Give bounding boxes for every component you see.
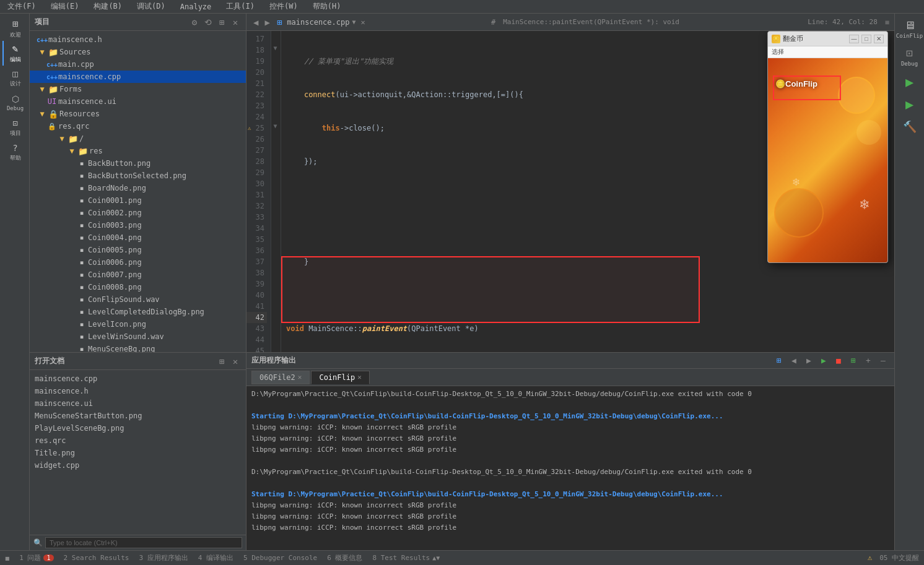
- close-file-btn[interactable]: ✕: [361, 18, 365, 27]
- tab-close-06qfile2[interactable]: ✕: [298, 373, 302, 381]
- tree-item-mainscence-h[interactable]: c++ mainscence.h: [30, 33, 246, 46]
- output-toolbar-add-btn[interactable]: +: [862, 355, 874, 367]
- tree-item-boardnode[interactable]: ▪ BoardNode.png: [30, 182, 246, 194]
- output-toolbar-debug-btn[interactable]: ⊞: [847, 355, 860, 367]
- preview-window[interactable]: 🪙 翻金币 — □ ✕ 选择 ❄: [767, 31, 888, 263]
- sync-btn[interactable]: ⟲: [203, 17, 214, 28]
- folder-slash-icon: 📁: [68, 134, 78, 144]
- output-content[interactable]: D:\MyProgram\Practice_Qt\CoinFlip\build-…: [246, 386, 894, 550]
- status-toggle-btn[interactable]: ◼: [5, 554, 9, 563]
- tree-item-coin0006[interactable]: ▪ Coin0006.png: [30, 256, 246, 269]
- menu-item-tools[interactable]: 工具(I): [224, 0, 257, 13]
- doc-item-1[interactable]: mainscence.h: [30, 385, 246, 397]
- tree-item-levelicon[interactable]: ▪ LevelIcon.png: [30, 318, 246, 330]
- menu-item-build[interactable]: 构建(B): [91, 0, 124, 13]
- output-toolbar-stop-btn[interactable]: ■: [832, 355, 845, 367]
- doc-item-6[interactable]: Title.png: [30, 447, 246, 459]
- tree-item-backbuttonsel[interactable]: ▪ BackButtonSelected.png: [30, 170, 246, 182]
- output-tab-06qfile2[interactable]: 06QFile2 ✕: [251, 371, 310, 384]
- sidebar-btn-edit[interactable]: ✎ 编辑: [2, 41, 27, 66]
- tree-item-menuscenebg[interactable]: ▪ MenuSceneBg.png: [30, 343, 246, 352]
- tree-item-coin0008[interactable]: ▪ Coin0008.png: [30, 281, 246, 293]
- doc-item-4[interactable]: PlayLevelSceneBg.png: [30, 422, 246, 434]
- filename-dropdown-icon[interactable]: ▼: [352, 19, 355, 25]
- tree-item-coin0004[interactable]: ▪ Coin0004.png: [30, 231, 246, 244]
- status-sort-icon: ▲▼: [432, 554, 440, 561]
- tree-item-coin0003[interactable]: ▪ Coin0003.png: [30, 219, 246, 231]
- output-toolbar-back-btn[interactable]: ◀: [788, 355, 800, 367]
- menu-item-help[interactable]: 帮助(H): [310, 0, 344, 13]
- tree-item-levelwinsound[interactable]: ▪ LevelWinSound.wav: [30, 330, 246, 343]
- preview-maximize-btn[interactable]: □: [861, 35, 871, 43]
- nav-back-btn[interactable]: ◀: [251, 17, 260, 27]
- settings-btn[interactable]: ≡: [885, 18, 889, 27]
- fold-arrow-18[interactable]: ▼: [273, 45, 277, 51]
- open-docs-close-btn[interactable]: ✕: [230, 356, 241, 367]
- tree-item-levelcompleted[interactable]: ▪ LevelCompletedDialogBg.png: [30, 306, 246, 318]
- tree-item-coin0001[interactable]: ▪ Coin0001.png: [30, 194, 246, 207]
- tree-item-coin0005[interactable]: ▪ Coin0005.png: [30, 244, 246, 256]
- folder-icon-resources: ▼: [37, 109, 47, 119]
- doc-item-0[interactable]: mainscence.cpp: [30, 373, 246, 385]
- doc-item-3[interactable]: MenuSceneStartButton.png: [30, 410, 246, 422]
- close-btn[interactable]: ✕: [230, 17, 241, 28]
- tab-close-coinflip[interactable]: ✕: [357, 373, 362, 381]
- run-green-btn[interactable]: ▶: [897, 72, 922, 92]
- status-right: ⚠ 05 中文提醒: [868, 553, 919, 563]
- welcome-icon: ⊞: [12, 18, 19, 30]
- run-green-btn-2[interactable]: ▶: [897, 94, 922, 114]
- open-docs-sync-btn[interactable]: ⊞: [216, 356, 227, 367]
- status-app-output[interactable]: 3 应用程序输出: [139, 553, 188, 563]
- status-debugger[interactable]: 5 Debugger Console: [243, 554, 317, 562]
- tree-item-resources[interactable]: ▼ 🔒 Resources: [30, 108, 246, 120]
- right-sidebar: 🖥 CoinFlip ⊡ Debug ▶ ▶ 🔨: [894, 14, 924, 550]
- status-test[interactable]: 8 Test Results ▲▼: [372, 554, 440, 562]
- tree-item-res-folder[interactable]: ▼ 📁 res: [30, 145, 246, 157]
- tree-item-mainscence-cpp[interactable]: c++ mainscence.cpp: [30, 71, 246, 83]
- doc-item-5[interactable]: res.qrc: [30, 434, 246, 447]
- fold-arrow-25[interactable]: ▼: [273, 123, 277, 129]
- menu-item-file[interactable]: 文件(F): [5, 0, 38, 13]
- tree-item-mainscence-ui[interactable]: UI mainscence.ui: [30, 95, 246, 108]
- sidebar-btn-help[interactable]: ? 帮助: [2, 140, 27, 165]
- tree-item-res-qrc[interactable]: 🔒 res.qrc: [30, 120, 246, 132]
- menu-item-analyze[interactable]: Analyze: [178, 1, 214, 12]
- preview-close-btn[interactable]: ✕: [874, 35, 884, 43]
- doc-item-7[interactable]: widget.cpp: [30, 459, 246, 472]
- status-compile[interactable]: 4 编译输出: [198, 553, 233, 563]
- editor-filename: mainscence.cpp: [287, 18, 349, 27]
- menu-item-debug[interactable]: 调试(D): [134, 0, 168, 13]
- tree-item-slash[interactable]: ▼ 📁 /: [30, 132, 246, 145]
- doc-item-2[interactable]: mainscence.ui: [30, 397, 246, 410]
- status-summary[interactable]: 6 概要信息: [327, 553, 362, 563]
- tree-item-sources[interactable]: ▼ 📁 Sources: [30, 46, 246, 58]
- output-toolbar-run2-btn[interactable]: ▶: [817, 355, 830, 367]
- sidebar-btn-debug[interactable]: ⬡ Debug: [2, 90, 27, 115]
- hammer-btn[interactable]: 🔨: [897, 116, 922, 136]
- search-input[interactable]: [45, 537, 242, 548]
- output-toolbar-run-btn[interactable]: ⊞: [773, 355, 785, 367]
- cpp-icon: c++: [37, 35, 47, 45]
- output-toolbar-remove-btn[interactable]: —: [877, 355, 889, 367]
- sidebar-btn-design[interactable]: ◫ 设计: [2, 66, 27, 90]
- coinflip-device-btn[interactable]: 🖥 CoinFlip: [897, 16, 922, 41]
- sidebar-btn-project[interactable]: ⊡ 项目: [2, 115, 27, 140]
- output-toolbar-fwd-btn[interactable]: ▶: [803, 355, 815, 367]
- tree-item-coin0002[interactable]: ▪ Coin0002.png: [30, 207, 246, 219]
- sidebar-btn-welcome[interactable]: ⊞ 欢迎: [2, 16, 27, 41]
- debug-run-btn[interactable]: ⊡ Debug: [897, 44, 922, 69]
- nav-forward-btn[interactable]: ▶: [263, 17, 271, 27]
- tree-item-backbutton[interactable]: ▪ BackButton.png: [30, 157, 246, 170]
- preview-minimize-btn[interactable]: —: [849, 35, 859, 43]
- tree-item-main-cpp[interactable]: c++ main.cpp: [30, 58, 246, 71]
- menu-item-controls[interactable]: 控件(W): [267, 0, 300, 13]
- tree-item-forms[interactable]: ▼ 📁 Forms: [30, 83, 246, 95]
- tree-item-coin0007[interactable]: ▪ Coin0007.png: [30, 269, 246, 281]
- status-problems[interactable]: 1 问题 1: [19, 553, 53, 563]
- filter-btn[interactable]: ⚙: [189, 17, 200, 28]
- tree-item-conflipsound[interactable]: ▪ ConFlipSound.wav: [30, 293, 246, 306]
- add-btn[interactable]: ⊞: [216, 17, 227, 28]
- status-search[interactable]: 2 Search Results: [64, 554, 129, 562]
- menu-item-edit[interactable]: 编辑(E): [48, 0, 82, 13]
- output-tab-coinflip[interactable]: CoinFlip ✕: [311, 371, 369, 384]
